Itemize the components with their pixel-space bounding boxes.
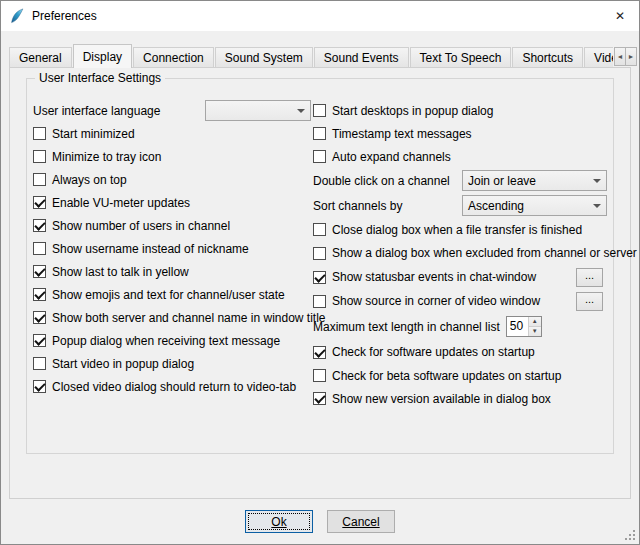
checkbox-row[interactable]: Enable VU-meter updates (33, 191, 311, 214)
checkbox[interactable] (33, 357, 46, 370)
checkbox[interactable] (313, 127, 326, 140)
checkbox-row[interactable]: Start video in popup dialog (33, 352, 311, 375)
statusbar-events-row: Show statusbar events in chat-window ... (313, 265, 607, 289)
checkbox-label[interactable]: Start desktops in popup dialog (332, 104, 493, 118)
double-click-select[interactable]: Join or leave (462, 170, 607, 191)
statusbar-events-ellipsis-button[interactable]: ... (576, 268, 603, 287)
checkbox-label[interactable]: Closed video dialog should return to vid… (52, 380, 296, 394)
checkbox[interactable] (33, 242, 46, 255)
checkbox-label[interactable]: Show statusbar events in chat-window (332, 270, 536, 284)
tab-text-to-speech[interactable]: Text To Speech (410, 47, 512, 68)
checkbox-label[interactable]: Show a dialog box when excluded from cha… (332, 246, 637, 260)
tab-scroll-right-icon[interactable]: ► (625, 47, 637, 66)
tab-display[interactable]: Display (73, 44, 132, 68)
checkbox-row[interactable]: Show username instead of nickname (33, 237, 311, 260)
tab-sound-system[interactable]: Sound System (215, 47, 313, 68)
checkbox[interactable] (313, 271, 326, 284)
video-source-row: Show source in corner of video window ..… (313, 289, 607, 313)
checkbox-label[interactable]: Start video in popup dialog (52, 357, 194, 371)
checkbox[interactable] (313, 295, 326, 308)
close-icon[interactable]: ✕ (601, 1, 639, 30)
checkbox[interactable] (33, 380, 46, 393)
double-click-select-value: Join or leave (468, 174, 536, 188)
checkbox-row[interactable]: Show a dialog box when excluded from cha… (313, 241, 607, 265)
checkbox[interactable] (313, 346, 326, 359)
ok-button[interactable]: Ok (245, 510, 313, 533)
checkbox-row[interactable]: Start desktops in popup dialog (313, 99, 607, 122)
checkbox-row[interactable]: Show number of users in channel (33, 214, 311, 237)
checkbox-label[interactable]: Show source in corner of video window (332, 294, 540, 308)
checkbox-label[interactable]: Popup dialog when receiving text message (52, 334, 280, 348)
checkbox[interactable] (313, 223, 326, 236)
tab-connection[interactable]: Connection (133, 47, 214, 68)
language-select[interactable] (205, 100, 311, 121)
checkbox[interactable] (33, 288, 46, 301)
checkbox[interactable] (33, 219, 46, 232)
spinner-buttons: ▲ ▼ (528, 317, 541, 336)
checkbox[interactable] (33, 150, 46, 163)
checkbox-label[interactable]: Check for beta software updates on start… (332, 369, 561, 383)
checkbox[interactable] (33, 173, 46, 186)
double-click-label: Double click on a channel (313, 174, 450, 188)
checkbox-label[interactable]: Check for software updates on startup (332, 345, 535, 359)
checkbox-label[interactable]: Always on top (52, 173, 127, 187)
checkbox-row[interactable]: Timestamp text messages (313, 122, 607, 145)
language-row: User interface language (33, 99, 311, 122)
chevron-down-icon (297, 109, 305, 113)
checkbox-label[interactable]: Minimize to tray icon (52, 150, 161, 164)
checkbox[interactable] (313, 369, 326, 382)
checkbox-row[interactable]: Show new version available in dialog box (313, 387, 607, 410)
checkbox-label[interactable]: Timestamp text messages (332, 127, 472, 141)
checkbox-row[interactable]: Always on top (33, 168, 311, 191)
checkbox-row[interactable]: Show both server and channel name in win… (33, 306, 311, 329)
checkbox[interactable] (313, 150, 326, 163)
sort-channels-select[interactable]: Ascending (462, 195, 607, 216)
checkbox-label[interactable]: Show both server and channel name in win… (52, 311, 326, 325)
checkbox-row[interactable]: Start minimized (33, 122, 311, 145)
checkbox[interactable] (313, 392, 326, 405)
cancel-button[interactable]: Cancel (327, 510, 395, 533)
checkbox[interactable] (33, 311, 46, 324)
checkbox-label[interactable]: Auto expand channels (332, 150, 451, 164)
checkbox[interactable] (313, 104, 326, 117)
checkbox[interactable] (33, 127, 46, 140)
dialog-footer: Ok Cancel (1, 510, 639, 533)
checkbox[interactable] (33, 265, 46, 278)
right-column: Start desktops in popup dialog Timestamp… (313, 99, 607, 410)
display-tab-page: User Interface Settings User interface l… (9, 67, 631, 499)
spin-down-icon[interactable]: ▼ (529, 327, 541, 336)
tab-scroll-buttons: ◄ ► (615, 47, 637, 66)
checkbox-label[interactable]: Start minimized (52, 127, 135, 141)
checkbox-row[interactable]: Show emojis and text for channel/user st… (33, 283, 311, 306)
titlebar: Preferences ✕ (1, 1, 639, 31)
group-title: User Interface Settings (35, 71, 165, 85)
checkbox-row[interactable]: Closed video dialog should return to vid… (33, 375, 311, 398)
max-text-length-spinner[interactable]: 50 ▲ ▼ (506, 316, 542, 337)
tab-video[interactable]: Video (584, 47, 613, 68)
checkbox-row[interactable]: Popup dialog when receiving text message (33, 329, 311, 352)
video-source-ellipsis-button[interactable]: ... (576, 292, 603, 311)
spin-up-icon[interactable]: ▲ (529, 317, 541, 327)
max-text-length-value[interactable]: 50 (507, 317, 528, 336)
checkbox[interactable] (33, 196, 46, 209)
tab-sound-events[interactable]: Sound Events (314, 47, 409, 68)
checkbox-label[interactable]: Show new version available in dialog box (332, 392, 551, 406)
tab-general[interactable]: General (9, 47, 72, 68)
checkbox-row[interactable]: Show last to talk in yellow (33, 260, 311, 283)
checkbox-row[interactable]: Check for beta software updates on start… (313, 364, 607, 387)
checkbox-row[interactable]: Minimize to tray icon (33, 145, 311, 168)
checkbox-row[interactable]: Auto expand channels (313, 145, 607, 168)
tab-shortcuts[interactable]: Shortcuts (512, 47, 583, 68)
checkbox-label[interactable]: Enable VU-meter updates (52, 196, 190, 210)
checkbox-label[interactable]: Show emojis and text for channel/user st… (52, 288, 285, 302)
checkbox-label[interactable]: Close dialog box when a file transfer is… (332, 223, 582, 237)
checkbox[interactable] (313, 247, 326, 260)
app-icon (9, 8, 25, 24)
checkbox-label[interactable]: Show last to talk in yellow (52, 265, 189, 279)
checkbox-label[interactable]: Show username instead of nickname (52, 242, 249, 256)
checkbox-row[interactable]: Check for software updates on startup (313, 340, 607, 364)
checkbox[interactable] (33, 334, 46, 347)
checkbox-row[interactable]: Close dialog box when a file transfer is… (313, 218, 607, 241)
checkbox-label[interactable]: Show number of users in channel (52, 219, 230, 233)
chevron-down-icon (593, 179, 601, 183)
